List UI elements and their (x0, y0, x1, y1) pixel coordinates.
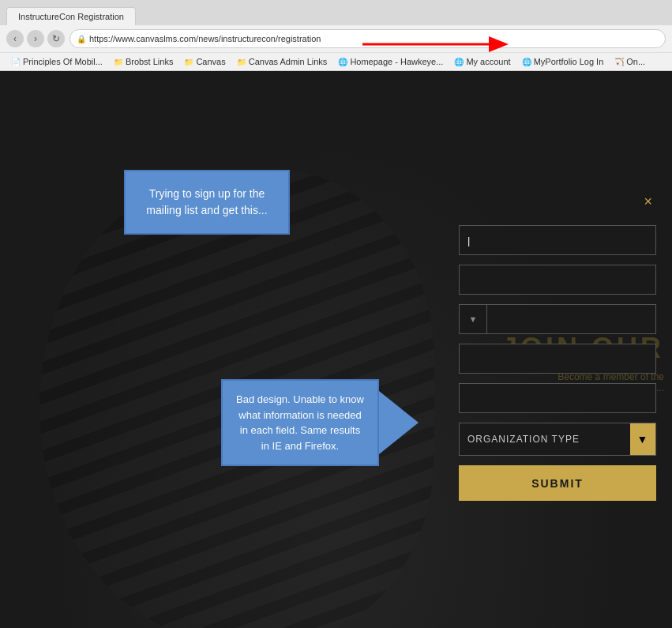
bookmark-icon: 📁 (184, 58, 193, 66)
bookmark-myportfolio[interactable]: 🌐 MyPortfolio Log In (517, 55, 609, 68)
forward-button[interactable]: › (27, 30, 44, 47)
active-tab[interactable]: InstructureCon Registration (6, 7, 136, 25)
callout-1-text: Trying to sign up for the mailing list a… (146, 187, 267, 216)
lock-icon: 🔒 (77, 35, 86, 43)
bookmark-icon: 🌐 (522, 58, 531, 66)
red-arrow-annotation (362, 32, 520, 56)
callout-arrow-2: Bad design. Unable to know what informat… (221, 379, 419, 466)
form-field-3-with-flag: ▼ (459, 304, 656, 334)
bookmark-canvas[interactable]: 📁 Canvas (179, 55, 230, 68)
bookmark-on[interactable]: 🏹 On... (610, 55, 650, 68)
bookmark-icon: 📁 (114, 58, 123, 66)
back-button[interactable]: ‹ (6, 30, 24, 47)
bookmark-label: MyPortfolio Log In (534, 57, 604, 66)
address-bar[interactable]: 🔒 https://www.canvaslms.com/news/instruc… (69, 29, 666, 48)
bookmark-icon: 📄 (11, 58, 21, 66)
form-container: ▼ ORGANIZATION TYPE ▼ SUBMIT (459, 225, 656, 501)
form-field-2[interactable] (459, 265, 656, 295)
address-text: https://www.canvaslms.com/news/instructu… (89, 34, 321, 43)
form-field-4[interactable] (459, 344, 656, 374)
bookmark-label: Canvas Admin Links (249, 57, 328, 66)
callout-box-1: Trying to sign up for the mailing list a… (124, 170, 290, 235)
form-field-3[interactable] (487, 305, 655, 333)
address-bar-row: ‹ › ↻ 🔒 https://www.canvaslms.com/news/i… (0, 25, 672, 52)
browser-chrome: InstructureCon Registration ‹ › ↻ 🔒 http… (0, 0, 672, 71)
form-field-5[interactable] (459, 383, 656, 413)
svg-marker-1 (489, 36, 509, 52)
bookmark-icon: 🏹 (614, 58, 624, 66)
bookmark-brobst[interactable]: 📁 Brobst Links (109, 55, 178, 68)
bookmark-label: Homepage - Hawkeye... (350, 57, 443, 66)
bookmark-icon: 📁 (237, 58, 246, 66)
bookmark-label: My account (466, 57, 510, 66)
callout-arrow-inner: Bad design. Unable to know what informat… (221, 379, 419, 466)
bookmark-canvas-admin[interactable]: 📁 Canvas Admin Links (232, 55, 332, 68)
bookmark-label: Brobst Links (126, 57, 174, 66)
org-type-label: ORGANIZATION TYPE (467, 434, 580, 445)
nav-buttons: ‹ › ↻ (6, 30, 65, 47)
form-field-1[interactable] (459, 225, 656, 255)
submit-button[interactable]: SUBMIT (459, 465, 656, 501)
bookmark-icon: 🌐 (338, 58, 347, 66)
bookmark-label: On... (626, 57, 645, 66)
bookmark-principles[interactable]: 📄 Principles Of Mobil... (6, 55, 107, 68)
bookmark-homepage[interactable]: 🌐 Homepage - Hawkeye... (333, 55, 448, 68)
dropdown-arrow-icon: ▼ (630, 423, 655, 455)
flag-indicator: ▼ (460, 305, 487, 333)
bookmark-my-account[interactable]: 🌐 My account (449, 55, 515, 68)
bookmark-label: Principles Of Mobil... (23, 57, 103, 66)
callout-2-text: Bad design. Unable to know what informat… (221, 379, 379, 466)
page-content: JOIN OUR Become a member of the Instruct… (0, 71, 672, 628)
organization-type-select[interactable]: ORGANIZATION TYPE ▼ (459, 423, 656, 456)
close-button[interactable]: × (644, 194, 652, 210)
browser-tabs: InstructureCon Registration (0, 0, 672, 25)
bookmark-icon: 🌐 (454, 58, 464, 66)
bookmarks-bar: 📄 Principles Of Mobil... 📁 Brobst Links … (0, 52, 672, 70)
reload-button[interactable]: ↻ (47, 30, 65, 47)
arrow-right-shape (379, 391, 419, 454)
bookmark-label: Canvas (196, 57, 225, 66)
